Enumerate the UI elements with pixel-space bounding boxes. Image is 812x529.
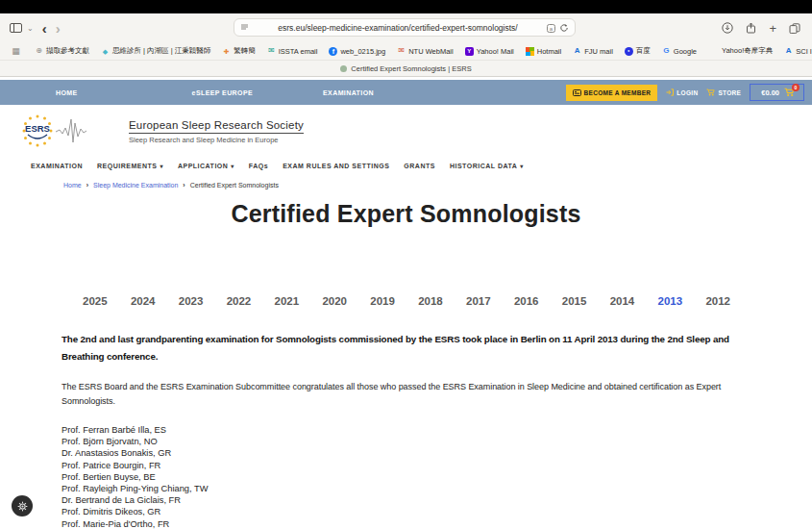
year-tab-2018[interactable]: 2018 xyxy=(418,295,443,307)
year-tabs: 2025202420232022202120202019201820172016… xyxy=(83,295,730,307)
forward-button[interactable]: › xyxy=(56,21,61,36)
sidebar-toggle-icon[interactable] xyxy=(10,23,22,33)
downloads-icon[interactable] xyxy=(722,22,733,34)
bookmark-item[interactable]: NTU WebMail xyxy=(397,47,454,56)
tab-overview-icon[interactable] xyxy=(789,23,800,34)
certified-name: Prof. Patrice Bourgin, FR xyxy=(62,460,750,471)
tab-title-row[interactable]: Certified Expert Somnologists | ESRS xyxy=(0,60,812,76)
certified-name: Prof. Björn Bjorvatn, NO xyxy=(62,436,750,447)
bookmark-item[interactable]: Yahoo!奇摩字典 xyxy=(722,46,773,56)
year-tab-2024[interactable]: 2024 xyxy=(131,295,156,307)
bookmark-item[interactable]: SCI IF xyxy=(784,47,812,56)
certified-name: Dr. Bertrand de La Giclais, FR xyxy=(62,494,750,506)
blue-a-favicon-icon xyxy=(784,47,793,56)
sidebar-chevron-icon[interactable]: ⌄ xyxy=(27,24,34,33)
year-tab-2016[interactable]: 2016 xyxy=(514,295,539,307)
login-button[interactable]: LOGIN xyxy=(666,88,698,96)
reload-icon[interactable] xyxy=(559,19,569,37)
menu-item-faqs[interactable]: FAQs xyxy=(249,163,268,169)
store-label: STORE xyxy=(718,89,741,96)
cart-badge: 0 xyxy=(792,84,800,91)
year-tab-2020[interactable]: 2020 xyxy=(322,295,347,307)
breadcrumb-current: Certified Expert Somnologists xyxy=(190,182,279,189)
store-button[interactable]: STORE xyxy=(706,88,741,96)
breadcrumb-link[interactable]: Home xyxy=(63,182,82,189)
browser-chrome: ⌄ ‹ › esrs.eu/sleep-medicine-examination… xyxy=(0,13,812,77)
bookmark-item[interactable]: FJU mail xyxy=(573,47,613,56)
share-icon[interactable] xyxy=(746,22,756,34)
bookmark-item[interactable]: Google xyxy=(662,47,697,56)
cart-button[interactable]: €0.00 0 xyxy=(750,84,804,101)
menu-item-label: EXAMINATION xyxy=(31,163,83,169)
google-favicon-icon xyxy=(662,47,671,56)
section-menu: EXAMINATIONREQUIREMENTS▾APPLICATION▾FAQs… xyxy=(31,163,812,169)
bookmark-label: 擷取參考文獻 xyxy=(46,46,89,56)
year-tab-2025[interactable]: 2025 xyxy=(83,295,108,307)
bookmark-item[interactable]: 百度 xyxy=(625,46,651,56)
menu-item-label: REQUIREMENTS xyxy=(97,163,157,169)
bookmark-item[interactable]: 繁轉簡 xyxy=(222,46,256,56)
bookmark-item[interactable]: ISSTA email xyxy=(267,47,318,56)
certified-name: Prof. Dimitris Dikeos, GR xyxy=(62,506,750,517)
year-tab-2021[interactable]: 2021 xyxy=(275,295,300,307)
bookmark-item[interactable]: web_0215.jpg xyxy=(329,47,385,56)
year-tab-2014[interactable]: 2014 xyxy=(610,295,635,307)
bookmark-item[interactable]: Yahoo! Mail xyxy=(465,47,514,56)
menu-item-application[interactable]: APPLICATION▾ xyxy=(178,163,234,169)
org-name: European Sleep Research Society xyxy=(129,119,304,134)
chevron-down-icon: ▾ xyxy=(160,163,163,169)
bookmark-label: Yahoo!奇摩字典 xyxy=(722,46,773,56)
year-tab-2015[interactable]: 2015 xyxy=(562,295,587,307)
bookmark-label: 繁轉簡 xyxy=(234,46,256,56)
breadcrumb-separator: › xyxy=(86,182,88,189)
intro-paragraph: The 2nd and last grandparenting examinat… xyxy=(62,331,750,365)
year-tab-2019[interactable]: 2019 xyxy=(370,295,395,307)
year-tab-2022[interactable]: 2022 xyxy=(227,295,252,307)
menu-item-label: HISTORICAL DATA xyxy=(450,163,517,169)
accessibility-settings-button[interactable] xyxy=(12,495,33,516)
url-text[interactable]: esrs.eu/sleep-medicine-examination/certi… xyxy=(249,23,547,33)
svg-text:a: a xyxy=(550,25,554,31)
become-a-member-button[interactable]: BECOME A MEMBER xyxy=(566,85,658,101)
year-tab-2017[interactable]: 2017 xyxy=(466,295,491,307)
breadcrumb-link[interactable]: Sleep Medicine Examination xyxy=(93,182,178,189)
topnav-link-examination[interactable]: EXAMINATION xyxy=(323,89,374,96)
translate-icon[interactable]: a xyxy=(547,19,555,37)
facebook-favicon-icon xyxy=(329,47,337,56)
menu-item-examination[interactable]: EXAMINATION xyxy=(31,163,83,169)
login-label: LOGIN xyxy=(677,89,698,96)
esrs-logo[interactable]: ESRS European Sleep Research Society Sle… xyxy=(12,112,812,152)
reader-icon[interactable] xyxy=(240,23,249,32)
topnav-link-esleep-europe[interactable]: eSLEEP EUROPE xyxy=(192,89,253,96)
breadcrumb: Home›Sleep Medicine Examination›Certifie… xyxy=(63,182,812,189)
bookmarks-grid-button[interactable] xyxy=(12,47,23,56)
address-bar[interactable]: esrs.eu/sleep-medicine-examination/certi… xyxy=(234,18,576,37)
ms-favicon-icon xyxy=(526,47,534,56)
menu-item-requirements[interactable]: REQUIREMENTS▾ xyxy=(97,163,163,169)
certified-name: Prof. Ferran Barbé Illa, ES xyxy=(62,424,750,436)
year-tab-2023[interactable]: 2023 xyxy=(179,295,204,307)
bookmark-item[interactable]: 擷取參考文獻 xyxy=(35,46,89,56)
page-title: Certified Expert Somnologists xyxy=(0,200,812,228)
site-header: ESRS European Sleep Research Society Sle… xyxy=(0,105,812,169)
baidu-favicon-icon xyxy=(625,47,633,56)
menu-item-exam-rules-and-settings[interactable]: EXAM RULES AND SETTINGS xyxy=(283,163,389,169)
svg-text:ESRS: ESRS xyxy=(25,123,50,134)
system-top-bar xyxy=(0,0,812,13)
topnav-link-home[interactable]: HOME xyxy=(56,89,78,96)
new-tab-icon[interactable]: + xyxy=(769,21,776,36)
gear-icon xyxy=(16,500,29,513)
grid-favicon-icon xyxy=(12,47,20,56)
blue-a-favicon-icon xyxy=(573,47,581,56)
bookmark-label: SCI IF xyxy=(796,47,812,56)
year-tab-2012[interactable]: 2012 xyxy=(705,295,730,307)
bookmark-label: 百度 xyxy=(636,46,651,56)
bookmark-item[interactable]: 思維診所 | 內湖區 | 江秉穎醫師 xyxy=(101,46,210,56)
menu-item-historical-data[interactable]: HISTORICAL DATA▾ xyxy=(450,163,524,169)
mail-teal-favicon-icon xyxy=(267,47,276,56)
menu-item-grants[interactable]: GRANTS xyxy=(404,163,435,169)
back-button[interactable]: ‹ xyxy=(42,21,47,36)
year-tab-2013[interactable]: 2013 xyxy=(658,295,683,307)
bookmark-item[interactable]: Hotmail xyxy=(526,47,561,56)
menu-item-label: FAQs xyxy=(249,163,268,169)
